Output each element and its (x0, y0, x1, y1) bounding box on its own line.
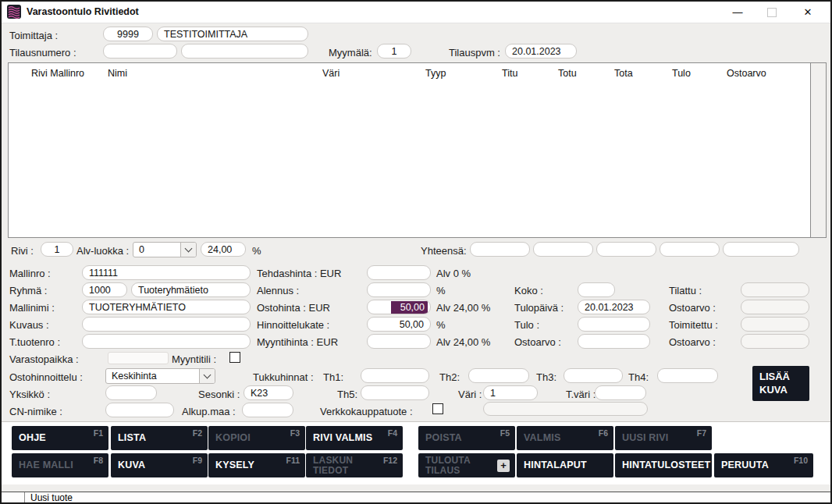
tulopaiva-field[interactable]: 20.01.2023 (578, 300, 650, 314)
maximize-button[interactable] (759, 2, 785, 23)
t-vari-label: T.väri : (566, 389, 596, 400)
kuva-button[interactable]: F9 KUVA (111, 453, 208, 477)
kuvaus-field[interactable] (82, 317, 251, 332)
fkey-label: F7 (697, 428, 706, 438)
button-label: HAE MALLI (19, 460, 73, 470)
ryhma-code-field[interactable]: 1000 (82, 282, 127, 297)
koko-field[interactable] (578, 282, 615, 297)
peruuta-button[interactable]: F10 PERUUTA (714, 453, 813, 477)
maximize-icon (767, 8, 777, 17)
th5-field[interactable] (361, 385, 429, 400)
ryhma-name-field[interactable]: Tuoteryhmätieto (131, 282, 251, 297)
col-totu: Totu (558, 68, 577, 79)
kysely-button[interactable]: F11 KYSELY (208, 453, 305, 477)
fkey-label: F10 (794, 456, 808, 465)
expand-plus-button[interactable]: + (497, 460, 510, 472)
cn-nimike-label: CN-nimike : (9, 406, 62, 417)
yhteensa-field-1[interactable] (470, 242, 530, 257)
yhteensa-field-3[interactable] (596, 242, 656, 257)
myyntitili-checkbox[interactable] (229, 352, 240, 363)
ostohinta-label: Ostohinta : EUR (257, 302, 330, 314)
col-vari: Väri (322, 68, 340, 79)
sesonki-field[interactable]: K23 (244, 385, 293, 400)
verkkokauppatuote-checkbox[interactable] (432, 403, 443, 414)
status-message-cell: Uusi tuote (24, 492, 830, 503)
tilausnumero-field-2[interactable] (181, 44, 308, 59)
col-tulo: Tulo (672, 68, 691, 79)
ostohinnoittelu-select[interactable]: Keskihinta (105, 368, 215, 384)
tilausnumero-field-1[interactable] (103, 44, 177, 59)
myyntihinta-field[interactable] (367, 334, 431, 349)
hinnoittelukate-label: Hinnoittelukate : (257, 319, 329, 331)
col-rivi-mallinro: Rivi Mallinro (31, 68, 84, 79)
yhteensa-field-4[interactable] (660, 242, 720, 257)
col-tota: Tota (614, 68, 633, 79)
yksikko-label: Yksikkö : (9, 389, 50, 400)
cn-nimike-field[interactable] (105, 403, 174, 417)
myymala-field[interactable]: 1 (377, 44, 411, 59)
col-titu: Titu (502, 68, 517, 79)
alv-percent-field[interactable]: 24,00 (201, 242, 246, 257)
th2-field[interactable] (468, 368, 529, 383)
ryhma-label: Ryhmä : (9, 285, 47, 296)
button-label: VALMIS (524, 433, 561, 443)
toimittaja-name-field[interactable]: TESTITOIMITTAJA (157, 27, 308, 41)
hinnoittelukate-field[interactable]: 50,00 (367, 317, 431, 332)
rivi-valmis-button[interactable]: F4 RIVI VALMIS (306, 426, 403, 450)
rivi-field[interactable]: 1 (41, 242, 73, 257)
chevron-down-icon[interactable] (180, 243, 196, 257)
myyntihinta-label: Myyntihinta : EUR (257, 336, 338, 348)
ohje-button[interactable]: F1 OHJE (12, 426, 108, 450)
vari-label: Väri : (458, 389, 482, 400)
alennus-field[interactable] (367, 282, 431, 297)
yhteensa-field-5[interactable] (723, 242, 799, 257)
mallinimi-field[interactable]: TUOTERYHMÄTIETO (82, 300, 251, 314)
th3-field[interactable] (564, 368, 623, 383)
vari-field[interactable]: 1 (483, 385, 538, 400)
t-vari-field[interactable] (595, 385, 646, 400)
grid-scrollbar[interactable] (810, 63, 826, 237)
vari-value: 1 (490, 388, 496, 399)
alv-luokka-select[interactable]: 0 (133, 242, 197, 257)
tulo-label: Tulo : (514, 319, 539, 331)
th1-field[interactable] (361, 368, 429, 383)
alennus-label: Alennus : (257, 285, 299, 296)
alkup-maa-field[interactable] (242, 403, 293, 417)
mallinro-field[interactable]: 111111 (82, 265, 251, 280)
ostohinnoittelu-label: Ostohinnoittelu : (9, 371, 83, 383)
alv-luokka-label: Alv-luokka : (76, 245, 129, 257)
laskun-tiedot-button: F12 LASKUN TIEDOT (306, 453, 403, 477)
uusi-rivi-button: F7 UUSI RIVI (615, 426, 712, 450)
col-tyyp: Tyyp (425, 68, 446, 79)
t-tuotenro-field[interactable] (82, 334, 251, 349)
minimize-button[interactable]: — (724, 2, 751, 23)
rows-grid[interactable]: Rivi Mallinro Nimi Väri Tyyp Titu Totu T… (8, 62, 827, 238)
hintalaput-button[interactable]: HINTALAPUT (517, 453, 613, 477)
ostohinta-field[interactable]: 50,00 (367, 300, 431, 314)
close-button[interactable]: ✕ (795, 2, 821, 23)
ostoarvo-tilattu-field (741, 300, 809, 314)
th4-field[interactable] (657, 368, 718, 383)
rivi-label: Rivi : (11, 245, 34, 257)
alkup-maa-label: Alkup.maa : (182, 406, 236, 417)
varastopaikka-field[interactable] (108, 352, 169, 364)
toimittaja-code-field[interactable]: 9999 (103, 27, 153, 41)
tilauspvm-field[interactable]: 20.01.2023 (505, 44, 577, 59)
ostoarvo-toimitettu-label: Ostoarvo : (669, 336, 716, 348)
yhteensa-field-2[interactable] (533, 242, 593, 257)
yksikko-field[interactable] (105, 385, 157, 400)
verkkokauppa-extra-field[interactable] (483, 402, 648, 416)
ostoarvo-field[interactable] (578, 334, 650, 349)
tulo-field[interactable] (578, 317, 650, 332)
chevron-down-icon[interactable] (199, 369, 215, 383)
lisaa-kuva-button[interactable]: LISÄÄ KUVA (752, 366, 809, 401)
kuvaus-label: Kuvaus : (9, 319, 49, 331)
sesonki-value: K23 (251, 388, 268, 399)
hintatulosteet-button[interactable]: HINTATULOSTEET (615, 453, 712, 477)
fkey-label: F3 (290, 428, 300, 438)
lista-button[interactable]: F2 LISTA (111, 426, 208, 450)
fkey-label: F11 (286, 456, 300, 465)
tehdashinta-field[interactable] (367, 265, 431, 280)
yhteensa-label: Yhteensä: (421, 245, 467, 257)
lisaa-kuva-label: LISÄÄ KUVA (759, 370, 802, 396)
